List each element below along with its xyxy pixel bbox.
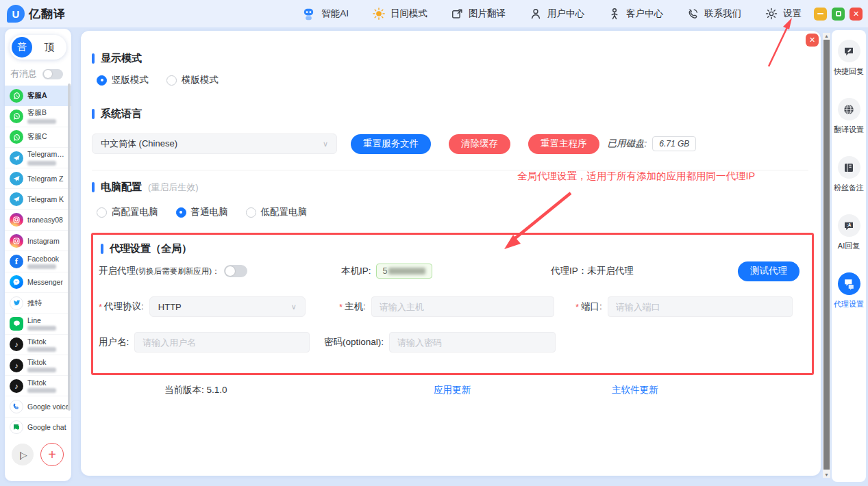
top-menu-user-center[interactable]: 用户中心 <box>529 7 584 21</box>
redacted-account-id <box>27 388 56 393</box>
account-item[interactable]: Telegram多... <box>5 148 71 168</box>
account-item[interactable]: ♪Tiktok <box>5 355 71 376</box>
display-mode-option[interactable]: 竖版模式 <box>97 74 149 86</box>
tool-label: AI回复 <box>838 241 860 251</box>
account-item[interactable]: Instagram <box>5 231 71 251</box>
top-menu-settings[interactable]: 设置 <box>765 7 802 21</box>
tool-proxy-settings[interactable]: 代理设置 <box>834 272 864 309</box>
top-menu-label: 图片翻译 <box>469 8 506 20</box>
svg-text::A: :A <box>847 222 852 227</box>
radio-icon <box>176 207 186 218</box>
twitter-icon <box>10 296 23 310</box>
redacted-ip <box>388 268 425 274</box>
required-mark: * <box>99 302 102 312</box>
telegram-icon <box>10 151 23 165</box>
port-input[interactable] <box>608 296 793 317</box>
tool-translate-settings[interactable]: 翻译设置 <box>834 98 864 135</box>
pc-config-option[interactable]: 低配置电脑 <box>246 206 308 218</box>
app-update-link[interactable]: 应用更新 <box>434 384 471 396</box>
top-menu-customer-center[interactable]: 客户中心 <box>608 7 663 21</box>
account-name: Tiktok <box>27 379 56 387</box>
redacted-account-id <box>27 326 56 331</box>
enable-proxy-label: 开启代理 <box>99 266 136 276</box>
tool-ai-reply[interactable]: :AAI回复 <box>838 214 860 251</box>
account-item[interactable]: Line <box>5 314 71 334</box>
action-button[interactable]: 清除缓存 <box>449 134 510 154</box>
scrollbar-thumb[interactable] <box>823 40 830 470</box>
account-name: Telegram K <box>27 195 64 203</box>
account-name: 客服A <box>27 91 47 101</box>
tool-quick-reply[interactable]: 快捷回复 <box>834 40 864 77</box>
proxy-protocol-select[interactable]: HTTP ∨ <box>149 296 306 317</box>
tab-common[interactable]: 普 <box>12 37 32 57</box>
ai-reply-icon: :A <box>838 214 860 237</box>
radio-label: 高配置电脑 <box>112 206 158 218</box>
account-item[interactable]: 客服A <box>5 86 71 106</box>
account-item[interactable]: Telegram K <box>5 189 71 209</box>
window-controls: ✕ <box>814 8 863 21</box>
maximize-window-button[interactable] <box>832 8 845 21</box>
top-menu-daymode[interactable]: 日间模式 <box>372 7 427 21</box>
action-button[interactable]: 重置主程序 <box>528 134 599 154</box>
top-menu-contact-us[interactable]: 联系我们 <box>686 8 741 21</box>
collapse-sidebar-button[interactable]: |▷ <box>12 444 34 465</box>
account-item[interactable]: 推特 <box>5 293 71 314</box>
port-label: 端口: <box>581 300 602 313</box>
sidebar-scrollbar[interactable] <box>68 84 71 411</box>
top-menu-image-translate[interactable]: 图片翻译 <box>451 8 506 21</box>
has-message-toggle[interactable] <box>42 69 63 79</box>
account-name: Line <box>27 316 56 324</box>
account-item[interactable]: fFacebook <box>5 251 71 272</box>
top-menu-label: 设置 <box>783 8 802 20</box>
pc-config-option[interactable]: 普通电脑 <box>176 206 228 218</box>
account-item[interactable]: 客服B <box>5 106 71 127</box>
account-name: Google voice <box>27 402 69 411</box>
account-item[interactable]: Messenger <box>5 272 71 293</box>
language-select[interactable]: 中文简体 (Chinese) ∨ <box>92 133 337 154</box>
account-item[interactable]: 客服C <box>5 127 71 148</box>
scroll-up-icon[interactable]: ▲ <box>823 34 830 38</box>
minimize-window-button[interactable] <box>814 8 827 21</box>
googlevoice-icon <box>10 400 23 413</box>
host-input[interactable] <box>371 296 554 317</box>
close-window-button[interactable]: ✕ <box>850 8 863 21</box>
display-mode-option[interactable]: 横版模式 <box>166 74 219 86</box>
version-value: 5.1.0 <box>207 385 227 395</box>
radio-icon <box>246 207 256 218</box>
close-settings-icon[interactable]: ✕ <box>806 34 819 47</box>
account-item[interactable]: Telegram Z <box>5 168 71 189</box>
scroll-down-icon[interactable]: ▼ <box>823 472 830 477</box>
username-input[interactable] <box>134 332 310 353</box>
action-button[interactable]: 重置服务文件 <box>351 134 431 154</box>
account-item[interactable]: ♪Tiktok <box>5 335 71 355</box>
whatsapp-icon <box>10 110 23 123</box>
phone-icon <box>686 8 699 21</box>
redacted-account-id <box>27 119 56 124</box>
main-scrollbar[interactable]: ▲ ▼ <box>823 33 830 478</box>
pc-config-option[interactable]: 高配置电脑 <box>97 206 158 218</box>
app-logo: U 亿翻译 <box>7 5 66 23</box>
proxy-ip-value: 未开启代理 <box>587 266 634 276</box>
account-item[interactable]: Google voice <box>5 396 71 417</box>
required-mark: * <box>575 302 579 312</box>
tool-fan-notes[interactable]: 粉丝备注 <box>834 156 864 193</box>
top-menu-label: 联系我们 <box>704 8 741 20</box>
add-account-button[interactable]: + <box>40 443 64 466</box>
account-item[interactable]: traneasy08 <box>5 210 71 231</box>
chevron-down-icon: ∨ <box>323 140 328 149</box>
main-update-link[interactable]: 主软件更新 <box>612 384 658 396</box>
radio-icon <box>166 75 177 86</box>
enable-proxy-toggle[interactable] <box>224 265 247 277</box>
top-menu-label: 日间模式 <box>390 8 427 20</box>
account-item[interactable]: Google chat <box>5 418 71 437</box>
local-ip-label: 本机IP: <box>341 265 371 277</box>
customer-icon <box>608 7 621 21</box>
account-item[interactable]: ♪Tiktok <box>5 376 71 396</box>
app-title: 亿翻译 <box>29 6 66 22</box>
robot-icon <box>301 6 317 22</box>
top-menu-ai[interactable]: 智能AI <box>301 6 349 22</box>
tab-top[interactable]: 顶 <box>32 41 66 54</box>
password-input[interactable] <box>389 332 556 353</box>
test-proxy-button[interactable]: 测试代理 <box>738 261 799 281</box>
sidebar-tabs: 普 顶 <box>10 35 66 60</box>
